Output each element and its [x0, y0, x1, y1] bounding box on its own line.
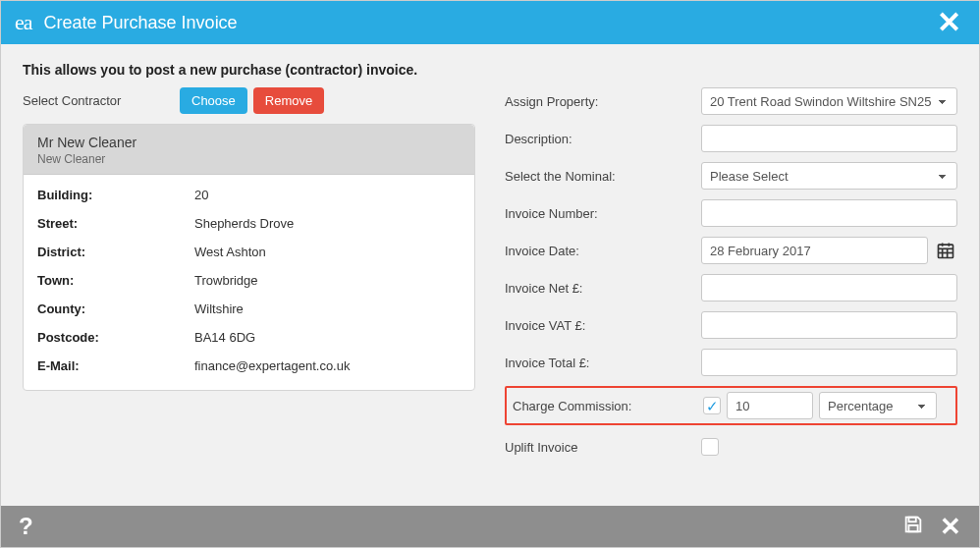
street-value: Shepherds Drove	[194, 216, 294, 231]
app-logo: ea	[15, 10, 32, 35]
street-label: Street:	[37, 216, 194, 231]
invoice-total-row: Invoice Total £:	[505, 349, 957, 376]
postcode-label: Postcode:	[37, 330, 194, 345]
address-row-email: E-Mail: finance@expertagent.co.uk	[37, 352, 461, 380]
assign-property-label: Assign Property:	[505, 94, 701, 109]
address-row-street: Street: Shepherds Drove	[37, 209, 461, 238]
town-label: Town:	[37, 273, 194, 288]
building-label: Building:	[37, 188, 194, 202]
select-contractor-label: Select Contractor	[23, 93, 180, 108]
footer: ? ✕	[1, 506, 979, 547]
svg-rect-7	[908, 518, 915, 522]
contractor-panel-header: Mr New Cleaner New Cleaner	[24, 125, 474, 175]
cancel-icon[interactable]: ✕	[940, 514, 961, 539]
uplift-invoice-checkbox[interactable]	[701, 438, 719, 456]
nominal-label: Select the Nominal:	[505, 169, 701, 184]
email-value: finance@expertagent.co.uk	[194, 358, 350, 373]
charge-commission-row: Charge Commission: ✓ Percentage	[505, 386, 957, 425]
nominal-row: Select the Nominal: Please Select	[505, 162, 957, 190]
commission-type-select[interactable]: Percentage	[819, 392, 937, 419]
invoice-total-input[interactable]	[701, 349, 957, 376]
postcode-value: BA14 6DG	[194, 330, 255, 345]
invoice-vat-label: Invoice VAT £:	[505, 318, 701, 333]
building-value: 20	[194, 188, 208, 202]
invoice-net-input[interactable]	[701, 274, 957, 301]
contractor-name: Mr New Cleaner	[37, 135, 461, 150]
contractor-panel-body: Building: 20 Street: Shepherds Drove Dis…	[24, 175, 474, 390]
invoice-date-input[interactable]	[701, 237, 928, 264]
description-input[interactable]	[701, 125, 957, 152]
address-row-town: Town: Trowbridge	[37, 266, 461, 295]
invoice-date-row: Invoice Date:	[505, 237, 957, 264]
invoice-number-label: Invoice Number:	[505, 206, 701, 221]
assign-property-select[interactable]: 20 Trent Road Swindon Wiltshire SN25 3LT	[701, 87, 957, 115]
titlebar: ea Create Purchase Invoice ✕	[1, 1, 979, 44]
assign-property-row: Assign Property: 20 Trent Road Swindon W…	[505, 87, 957, 115]
address-row-county: County: Wiltshire	[37, 295, 461, 323]
district-label: District:	[37, 245, 194, 259]
county-value: Wiltshire	[194, 301, 244, 316]
invoice-net-label: Invoice Net £:	[505, 281, 701, 296]
svg-rect-8	[908, 525, 917, 531]
page-title: Create Purchase Invoice	[44, 13, 238, 33]
description-label: Description:	[505, 132, 701, 146]
address-row-postcode: Postcode: BA14 6DG	[37, 323, 461, 352]
left-column: Select Contractor Choose Remove Mr New C…	[23, 87, 475, 470]
calendar-icon[interactable]	[934, 237, 957, 264]
contractor-panel: Mr New Cleaner New Cleaner Building: 20 …	[23, 124, 475, 391]
invoice-date-label: Invoice Date:	[505, 244, 701, 258]
address-row-building: Building: 20	[37, 181, 461, 209]
columns: Select Contractor Choose Remove Mr New C…	[23, 87, 957, 470]
svg-rect-0	[938, 245, 953, 257]
close-icon[interactable]: ✕	[933, 8, 965, 37]
invoice-vat-row: Invoice VAT £:	[505, 311, 957, 339]
district-value: West Ashton	[194, 245, 266, 259]
invoice-net-row: Invoice Net £:	[505, 274, 957, 301]
window: ea Create Purchase Invoice ✕ This allows…	[0, 0, 980, 548]
nominal-select[interactable]: Please Select	[701, 162, 957, 190]
help-icon[interactable]: ?	[19, 513, 33, 540]
invoice-number-input[interactable]	[701, 199, 957, 227]
email-label: E-Mail:	[37, 358, 194, 373]
uplift-invoice-row: Uplift Invoice	[505, 433, 957, 461]
commission-value-input[interactable]	[727, 392, 813, 419]
content-area: This allows you to post a new purchase (…	[1, 44, 979, 506]
contractor-sub: New Cleaner	[37, 152, 461, 166]
select-contractor-row: Select Contractor Choose Remove	[23, 87, 475, 114]
town-value: Trowbridge	[194, 273, 258, 288]
intro-text: This allows you to post a new purchase (…	[23, 62, 957, 78]
invoice-number-row: Invoice Number:	[505, 199, 957, 227]
charge-commission-label: Charge Commission:	[513, 399, 703, 413]
choose-button[interactable]: Choose	[180, 87, 247, 114]
right-column: Assign Property: 20 Trent Road Swindon W…	[505, 87, 957, 470]
invoice-total-label: Invoice Total £:	[505, 356, 701, 370]
description-row: Description:	[505, 125, 957, 152]
invoice-vat-input[interactable]	[701, 311, 957, 339]
remove-button[interactable]: Remove	[253, 87, 324, 114]
save-icon[interactable]	[902, 514, 924, 539]
uplift-invoice-label: Uplift Invoice	[505, 440, 701, 455]
charge-commission-checkbox[interactable]: ✓	[703, 397, 721, 414]
county-label: County:	[37, 301, 194, 316]
footer-actions: ✕	[902, 514, 961, 539]
address-row-district: District: West Ashton	[37, 238, 461, 266]
